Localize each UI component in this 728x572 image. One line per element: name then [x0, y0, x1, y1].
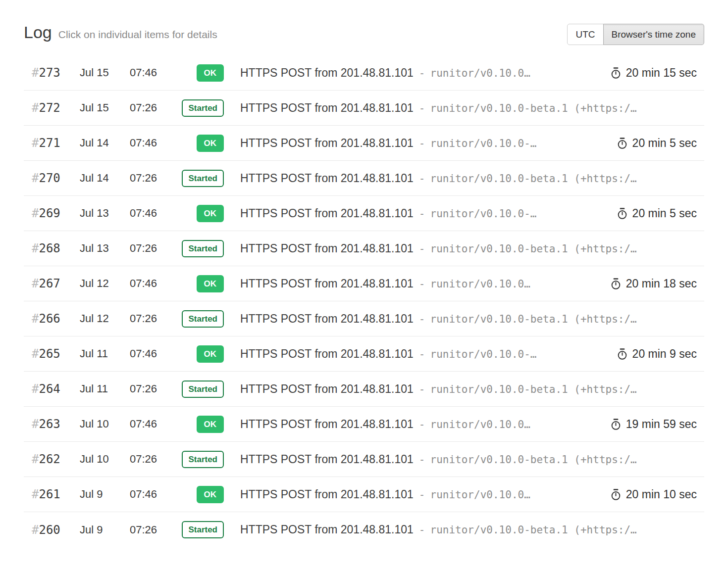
- entry-event: HTTPS POST from 201.48.81.101 - runitor/…: [224, 172, 704, 185]
- entry-time: 07:26: [130, 242, 177, 255]
- log-entry-row[interactable]: #273 Jul 15 07:46 OK HTTPS POST from 201…: [24, 55, 704, 91]
- hash-prefix: #: [32, 452, 39, 466]
- entry-number: #266: [24, 312, 80, 326]
- stopwatch-icon: [617, 208, 628, 219]
- event-text: HTTPS POST from 201.48.81.101: [240, 66, 414, 80]
- log-entry-row[interactable]: #264 Jul 11 07:26 Started HTTPS POST fro…: [24, 372, 704, 407]
- user-agent-text: runitor/v0.10.0-…: [430, 348, 537, 360]
- event-text: HTTPS POST from 201.48.81.101: [240, 207, 414, 220]
- status-badge: OK: [197, 64, 224, 82]
- log-entry-row[interactable]: #265 Jul 11 07:46 OK HTTPS POST from 201…: [24, 336, 704, 372]
- entry-number-value: 261: [39, 487, 60, 501]
- entry-date: Jul 15: [80, 66, 130, 79]
- entry-event: HTTPS POST from 201.48.81.101 - runitor/…: [224, 101, 704, 115]
- status-badge: OK: [197, 345, 224, 363]
- user-agent-text: runitor/v0.10.0…: [430, 489, 530, 501]
- log-entry-row[interactable]: #270 Jul 14 07:26 Started HTTPS POST fro…: [24, 161, 704, 196]
- entry-time: 07:26: [130, 101, 177, 114]
- stopwatch-icon: [617, 348, 628, 360]
- event-separator: -: [419, 102, 425, 114]
- duration-text: 20 min 5 sec: [632, 207, 697, 220]
- utc-button[interactable]: UTC: [567, 24, 603, 45]
- entry-duration: 19 min 59 sec: [610, 418, 704, 431]
- entry-number-value: 269: [39, 206, 60, 220]
- log-entry-row[interactable]: #263 Jul 10 07:46 OK HTTPS POST from 201…: [24, 407, 704, 442]
- entry-date: Jul 15: [80, 101, 130, 114]
- hash-prefix: #: [32, 347, 39, 361]
- user-agent-text: runitor/v0.10.0-…: [430, 208, 537, 220]
- hash-prefix: #: [32, 66, 39, 80]
- entry-time: 07:46: [130, 66, 177, 79]
- status-badge: OK: [197, 416, 224, 433]
- page-header: Log Click on individual items for detail…: [0, 0, 728, 45]
- entry-duration: 20 min 15 sec: [610, 66, 704, 80]
- duration-text: 20 min 10 sec: [626, 488, 697, 501]
- log-entry-row[interactable]: #271 Jul 14 07:46 OK HTTPS POST from 201…: [24, 126, 704, 161]
- event-separator: -: [419, 138, 425, 149]
- status-badge: OK: [197, 486, 224, 503]
- event-separator: -: [419, 208, 425, 220]
- entry-event: HTTPS POST from 201.48.81.101 - runitor/…: [224, 137, 617, 150]
- hash-prefix: #: [32, 171, 39, 185]
- entry-number: #267: [24, 277, 80, 290]
- entry-number: #260: [24, 523, 80, 537]
- log-entry-row[interactable]: #261 Jul 9 07:46 OK HTTPS POST from 201.…: [24, 477, 704, 512]
- user-agent-text: runitor/v0.10.0-beta.1 (+https:/…: [430, 383, 637, 395]
- hash-prefix: #: [32, 312, 39, 326]
- hash-prefix: #: [32, 487, 39, 501]
- entry-event: HTTPS POST from 201.48.81.101 - runitor/…: [224, 453, 704, 466]
- entry-number: #270: [24, 171, 80, 185]
- event-text: HTTPS POST from 201.48.81.101: [240, 418, 414, 431]
- entry-event: HTTPS POST from 201.48.81.101 - runitor/…: [224, 207, 617, 220]
- hash-prefix: #: [32, 136, 39, 150]
- browser-timezone-button[interactable]: Browser's time zone: [603, 24, 704, 45]
- status-badge-cell: OK: [197, 345, 224, 363]
- entry-number: #262: [24, 452, 80, 466]
- entry-event: HTTPS POST from 201.48.81.101 - runitor/…: [224, 418, 610, 431]
- log-entry-row[interactable]: #260 Jul 9 07:26 Started HTTPS POST from…: [24, 512, 704, 547]
- log-entry-row[interactable]: #267 Jul 12 07:46 OK HTTPS POST from 201…: [24, 266, 704, 301]
- entry-event: HTTPS POST from 201.48.81.101 - runitor/…: [224, 312, 704, 326]
- entry-time: 07:46: [130, 418, 177, 430]
- entry-time: 07:26: [130, 172, 177, 185]
- status-badge-cell: Started: [182, 521, 224, 538]
- status-badge-cell: OK: [197, 486, 224, 503]
- entry-number: #264: [24, 382, 80, 396]
- log-entry-row[interactable]: #269 Jul 13 07:46 OK HTTPS POST from 201…: [24, 196, 704, 231]
- event-separator: -: [419, 313, 425, 325]
- status-badge: Started: [182, 240, 224, 257]
- entry-time: 07:46: [130, 347, 177, 360]
- entry-number: #271: [24, 136, 80, 150]
- log-entry-row[interactable]: #268 Jul 13 07:26 Started HTTPS POST fro…: [24, 231, 704, 266]
- status-badge-cell: Started: [182, 310, 224, 328]
- user-agent-text: runitor/v0.10.0…: [430, 67, 530, 79]
- status-badge-cell: Started: [182, 240, 224, 257]
- entry-number: #269: [24, 206, 80, 220]
- entry-date: Jul 14: [80, 172, 130, 185]
- entry-time: 07:26: [130, 453, 177, 466]
- user-agent-text: runitor/v0.10.0…: [430, 419, 530, 430]
- entry-date: Jul 9: [80, 524, 130, 536]
- entry-number-value: 262: [39, 452, 60, 466]
- status-badge: Started: [182, 381, 224, 398]
- entry-date: Jul 14: [80, 137, 130, 149]
- duration-text: 20 min 9 sec: [632, 347, 697, 361]
- log-entry-row[interactable]: #262 Jul 10 07:26 Started HTTPS POST fro…: [24, 442, 704, 477]
- hash-prefix: #: [32, 523, 39, 537]
- user-agent-text: runitor/v0.10.0-beta.1 (+https:/…: [430, 313, 637, 325]
- duration-text: 20 min 5 sec: [632, 137, 697, 150]
- user-agent-text: runitor/v0.10.0-…: [430, 138, 537, 149]
- entry-duration: 20 min 5 sec: [617, 137, 704, 150]
- duration-text: 20 min 18 sec: [626, 277, 697, 290]
- entry-number-value: 270: [39, 171, 60, 185]
- log-entry-row[interactable]: #272 Jul 15 07:26 Started HTTPS POST fro…: [24, 91, 704, 126]
- entry-date: Jul 13: [80, 242, 130, 255]
- event-text: HTTPS POST from 201.48.81.101: [240, 347, 414, 361]
- event-separator: -: [419, 524, 425, 536]
- user-agent-text: runitor/v0.10.0…: [430, 278, 530, 290]
- entry-date: Jul 10: [80, 453, 130, 466]
- entry-number-value: 264: [39, 382, 60, 396]
- entry-date: Jul 9: [80, 488, 130, 501]
- page-subtitle: Click on individual items for details: [58, 29, 217, 41]
- log-entry-row[interactable]: #266 Jul 12 07:26 Started HTTPS POST fro…: [24, 301, 704, 336]
